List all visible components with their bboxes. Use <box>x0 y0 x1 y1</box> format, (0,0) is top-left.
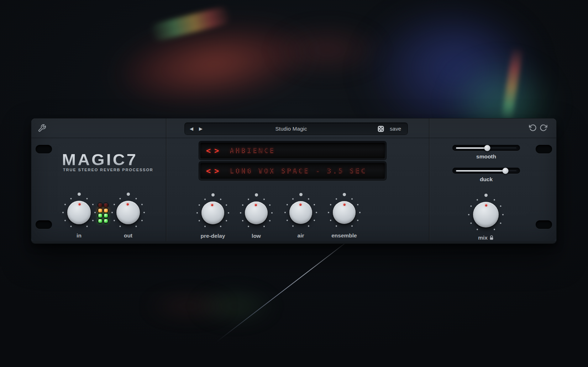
knob-pre-delay-dial[interactable] <box>201 201 224 224</box>
display2-prev-arrow[interactable]: < <box>206 166 211 175</box>
knob-ensemble: ensemble <box>323 195 366 239</box>
ambient-streak-rainbow-top <box>148 5 232 42</box>
ambient-glow-red-small <box>271 25 384 75</box>
slider-duck-track <box>456 170 516 171</box>
slider-duck-slot[interactable] <box>452 168 520 174</box>
slider-smooth-label: smooth <box>476 153 496 160</box>
knob-low-label: low <box>252 233 261 239</box>
knob-pre-delay-label: pre-delay <box>201 233 225 239</box>
knob-in: in <box>58 195 100 239</box>
knob-low: low <box>235 196 278 239</box>
display-preset-info: < > LONG VOX SPACE - 3.5 SEC <box>199 162 386 180</box>
ambient-glow-blue <box>370 14 527 135</box>
screw-slot-bottom-left <box>36 220 52 229</box>
knob-in-indicator <box>67 200 91 225</box>
knob-out-indicator <box>116 200 140 225</box>
slider-smooth-thumb[interactable] <box>484 145 490 151</box>
knob-mix: mix <box>464 198 507 241</box>
slider-duck-label: duck <box>480 176 493 183</box>
next-preset-button[interactable]: ▶ <box>196 123 205 135</box>
display-reverb-type: < > AMBIENCE <box>199 141 386 160</box>
save-button[interactable]: save <box>390 126 401 132</box>
slider-smooth-track <box>456 147 516 148</box>
redo-icon[interactable] <box>540 124 548 132</box>
tagline: TRUE STEREO REVERB PROCESSOR <box>63 168 153 172</box>
section-divider-left <box>166 119 167 241</box>
display2-text: LONG VOX SPACE - 3.5 SEC <box>230 167 367 175</box>
knob-pre-delay-indicator <box>200 200 225 225</box>
knob-low-dial[interactable] <box>245 201 268 224</box>
knob-in-dial[interactable] <box>67 201 91 224</box>
knob-out-dial[interactable] <box>116 201 140 224</box>
ambient-streak-rainbow-right <box>501 46 523 121</box>
display-preset-info-inner: < > LONG VOX SPACE - 3.5 SEC <box>200 163 385 179</box>
top-bar: ◀ ▶ Studio Magic save <box>31 119 556 138</box>
slider-smooth-slot[interactable] <box>452 145 520 151</box>
knob-mix-label: mix <box>478 235 494 241</box>
display1-text: AMBIENCE <box>230 146 275 155</box>
slider-duck-thumb[interactable] <box>503 168 509 174</box>
display1-prev-arrow[interactable]: < <box>206 146 211 155</box>
knob-ensemble-label: ensemble <box>331 232 357 239</box>
slider-smooth-fill <box>456 147 487 149</box>
screw-slot-bottom-right <box>536 220 552 229</box>
knob-ensemble-dial[interactable] <box>333 201 356 224</box>
knob-out-label: out <box>124 232 132 239</box>
undo-icon[interactable] <box>529 124 537 132</box>
knob-air: air <box>279 195 322 239</box>
screw-slot-top-left <box>36 145 52 153</box>
knob-low-indicator <box>244 201 268 225</box>
knob-air-indicator <box>289 201 313 224</box>
previous-preset-button[interactable]: ◀ <box>187 123 196 135</box>
knob-ensemble-indicator <box>332 201 356 224</box>
lock-icon <box>489 235 494 240</box>
dice-icon[interactable] <box>377 125 385 133</box>
slider-smooth: smooth <box>452 145 520 160</box>
ambient-light-line <box>216 233 358 342</box>
slider-duck-fill <box>456 170 505 172</box>
knob-mix-dial[interactable] <box>473 202 499 227</box>
logo: MAGIC7 <box>62 150 138 169</box>
knob-out: out <box>107 195 149 239</box>
knob-air-dial[interactable] <box>289 201 312 224</box>
ambient-glow-green-bottom <box>192 288 278 324</box>
plugin-window: ◀ ▶ Studio Magic save <box>0 0 588 367</box>
section-divider-right <box>429 119 430 241</box>
preset-bar: ◀ ▶ Studio Magic save <box>185 123 408 135</box>
ambient-glow-red-bottom <box>142 292 235 320</box>
preset-name[interactable]: Studio Magic <box>205 126 377 132</box>
slider-duck: duck <box>452 168 520 183</box>
knob-air-label: air <box>298 232 304 239</box>
knob-pre-delay: pre-delay <box>191 196 234 239</box>
ambient-glow-red <box>114 15 314 112</box>
knob-in-label: in <box>77 232 82 239</box>
rack-panel: ◀ ▶ Studio Magic save <box>31 119 556 243</box>
screw-slot-top-right <box>536 145 552 153</box>
display1-next-arrow[interactable]: > <box>214 146 219 155</box>
display-reverb-type-inner: < > AMBIENCE <box>200 143 385 158</box>
knob-mix-indicator <box>473 201 499 228</box>
display2-next-arrow[interactable]: > <box>214 166 219 175</box>
wrench-icon[interactable] <box>38 124 46 132</box>
